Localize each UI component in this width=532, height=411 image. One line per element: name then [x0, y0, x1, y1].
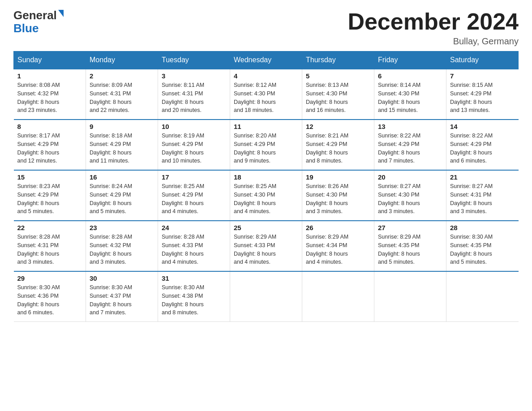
day-number: 6 — [378, 72, 442, 80]
calendar-day-cell: 13Sunrise: 8:22 AMSunset: 4:29 PMDayligh… — [374, 120, 446, 170]
calendar-day-cell: 11Sunrise: 8:20 AMSunset: 4:29 PMDayligh… — [230, 120, 302, 170]
calendar-day-cell: 1Sunrise: 8:08 AMSunset: 4:32 PMDaylight… — [14, 69, 86, 120]
calendar-day-cell: 17Sunrise: 8:25 AMSunset: 4:29 PMDayligh… — [158, 170, 230, 221]
calendar-day-cell: 8Sunrise: 8:17 AMSunset: 4:29 PMDaylight… — [14, 120, 86, 170]
weekday-header-monday: Monday — [86, 51, 158, 69]
day-number: 9 — [90, 123, 154, 130]
day-info: Sunrise: 8:23 AMSunset: 4:29 PMDaylight:… — [17, 182, 82, 216]
day-info: Sunrise: 8:18 AMSunset: 4:29 PMDaylight:… — [90, 132, 154, 165]
day-info: Sunrise: 8:25 AMSunset: 4:30 PMDaylight:… — [234, 182, 298, 216]
day-number: 18 — [234, 173, 298, 181]
calendar-day-cell — [374, 271, 446, 322]
day-number: 8 — [17, 123, 82, 130]
day-number: 30 — [90, 274, 154, 282]
weekday-header-thursday: Thursday — [302, 51, 374, 69]
day-info: Sunrise: 8:19 AMSunset: 4:29 PMDaylight:… — [162, 132, 226, 165]
day-info: Sunrise: 8:09 AMSunset: 4:31 PMDaylight:… — [90, 81, 154, 115]
day-info: Sunrise: 8:12 AMSunset: 4:30 PMDaylight:… — [234, 81, 298, 115]
day-number: 4 — [234, 72, 298, 80]
day-number: 21 — [450, 173, 515, 181]
day-number: 3 — [162, 72, 226, 80]
weekday-header-wednesday: Wednesday — [230, 51, 302, 69]
day-info: Sunrise: 8:14 AMSunset: 4:30 PMDaylight:… — [378, 81, 442, 115]
calendar-day-cell: 19Sunrise: 8:26 AMSunset: 4:30 PMDayligh… — [302, 170, 374, 221]
day-info: Sunrise: 8:24 AMSunset: 4:29 PMDaylight:… — [90, 182, 154, 216]
weekday-header-saturday: Saturday — [446, 51, 519, 69]
calendar-day-cell: 16Sunrise: 8:24 AMSunset: 4:29 PMDayligh… — [86, 170, 158, 221]
day-number: 27 — [378, 224, 442, 231]
calendar-day-cell: 2Sunrise: 8:09 AMSunset: 4:31 PMDaylight… — [86, 69, 158, 120]
calendar-day-cell: 28Sunrise: 8:30 AMSunset: 4:35 PMDayligh… — [446, 221, 519, 271]
day-number: 5 — [306, 72, 370, 80]
calendar-day-cell — [230, 271, 302, 322]
calendar-day-cell: 6Sunrise: 8:14 AMSunset: 4:30 PMDaylight… — [374, 69, 446, 120]
day-info: Sunrise: 8:22 AMSunset: 4:29 PMDaylight:… — [378, 132, 442, 165]
day-info: Sunrise: 8:28 AMSunset: 4:32 PMDaylight:… — [90, 233, 154, 266]
day-number: 25 — [234, 224, 298, 231]
calendar-day-cell: 23Sunrise: 8:28 AMSunset: 4:32 PMDayligh… — [86, 221, 158, 271]
calendar-day-cell — [446, 271, 519, 322]
day-info: Sunrise: 8:26 AMSunset: 4:30 PMDaylight:… — [306, 182, 370, 216]
calendar-day-cell: 21Sunrise: 8:27 AMSunset: 4:31 PMDayligh… — [446, 170, 519, 221]
calendar-day-cell: 31Sunrise: 8:30 AMSunset: 4:38 PMDayligh… — [158, 271, 230, 322]
day-info: Sunrise: 8:25 AMSunset: 4:29 PMDaylight:… — [162, 182, 226, 216]
calendar-day-cell: 20Sunrise: 8:27 AMSunset: 4:30 PMDayligh… — [374, 170, 446, 221]
day-number: 23 — [90, 224, 154, 231]
day-number: 10 — [162, 123, 226, 130]
calendar-week-row: 8Sunrise: 8:17 AMSunset: 4:29 PMDaylight… — [14, 120, 519, 170]
calendar-day-cell: 24Sunrise: 8:28 AMSunset: 4:33 PMDayligh… — [158, 221, 230, 271]
calendar-week-row: 1Sunrise: 8:08 AMSunset: 4:32 PMDaylight… — [14, 69, 519, 120]
month-title: December 2024 — [348, 9, 519, 34]
logo-general-text: General — [13, 9, 57, 22]
calendar-day-cell: 5Sunrise: 8:13 AMSunset: 4:30 PMDaylight… — [302, 69, 374, 120]
day-info: Sunrise: 8:27 AMSunset: 4:31 PMDaylight:… — [450, 182, 515, 216]
day-info: Sunrise: 8:27 AMSunset: 4:30 PMDaylight:… — [378, 182, 442, 216]
calendar-day-cell: 7Sunrise: 8:15 AMSunset: 4:29 PMDaylight… — [446, 69, 519, 120]
day-info: Sunrise: 8:29 AMSunset: 4:33 PMDaylight:… — [234, 233, 298, 266]
weekday-header-row: SundayMondayTuesdayWednesdayThursdayFrid… — [14, 51, 519, 69]
day-number: 24 — [162, 224, 226, 231]
day-number: 22 — [17, 224, 82, 231]
day-info: Sunrise: 8:30 AMSunset: 4:37 PMDaylight:… — [90, 283, 154, 317]
calendar-day-cell: 4Sunrise: 8:12 AMSunset: 4:30 PMDaylight… — [230, 69, 302, 120]
weekday-header-friday: Friday — [374, 51, 446, 69]
calendar-day-cell: 29Sunrise: 8:30 AMSunset: 4:36 PMDayligh… — [14, 271, 86, 322]
day-info: Sunrise: 8:28 AMSunset: 4:33 PMDaylight:… — [162, 233, 226, 266]
day-number: 15 — [17, 173, 82, 181]
calendar-day-cell: 3Sunrise: 8:11 AMSunset: 4:31 PMDaylight… — [158, 69, 230, 120]
calendar-day-cell: 27Sunrise: 8:29 AMSunset: 4:35 PMDayligh… — [374, 221, 446, 271]
calendar-day-cell: 25Sunrise: 8:29 AMSunset: 4:33 PMDayligh… — [230, 221, 302, 271]
day-number: 19 — [306, 173, 370, 181]
day-info: Sunrise: 8:11 AMSunset: 4:31 PMDaylight:… — [162, 81, 226, 115]
day-number: 14 — [450, 123, 515, 130]
day-number: 26 — [306, 224, 370, 231]
day-number: 11 — [234, 123, 298, 130]
day-number: 12 — [306, 123, 370, 130]
weekday-header-tuesday: Tuesday — [158, 51, 230, 69]
page-header: General Blue December 2024 Bullay, Germa… — [13, 9, 519, 47]
calendar-day-cell: 15Sunrise: 8:23 AMSunset: 4:29 PMDayligh… — [14, 170, 86, 221]
calendar-week-row: 22Sunrise: 8:28 AMSunset: 4:31 PMDayligh… — [14, 221, 519, 271]
day-number: 1 — [17, 72, 82, 80]
location-label: Bullay, Germany — [348, 36, 519, 47]
title-section: December 2024 Bullay, Germany — [348, 9, 519, 47]
calendar-day-cell: 18Sunrise: 8:25 AMSunset: 4:30 PMDayligh… — [230, 170, 302, 221]
day-number: 20 — [378, 173, 442, 181]
calendar-day-cell — [302, 271, 374, 322]
calendar-week-row: 29Sunrise: 8:30 AMSunset: 4:36 PMDayligh… — [14, 271, 519, 322]
day-info: Sunrise: 8:15 AMSunset: 4:29 PMDaylight:… — [450, 81, 515, 115]
weekday-header-sunday: Sunday — [14, 51, 86, 69]
logo-blue-text: Blue — [13, 22, 64, 35]
day-number: 16 — [90, 173, 154, 181]
day-info: Sunrise: 8:13 AMSunset: 4:30 PMDaylight:… — [306, 81, 370, 115]
day-info: Sunrise: 8:29 AMSunset: 4:35 PMDaylight:… — [378, 233, 442, 266]
day-number: 7 — [450, 72, 515, 80]
calendar-day-cell: 22Sunrise: 8:28 AMSunset: 4:31 PMDayligh… — [14, 221, 86, 271]
day-number: 2 — [90, 72, 154, 80]
day-info: Sunrise: 8:08 AMSunset: 4:32 PMDaylight:… — [17, 81, 82, 115]
day-info: Sunrise: 8:21 AMSunset: 4:29 PMDaylight:… — [306, 132, 370, 165]
day-info: Sunrise: 8:30 AMSunset: 4:36 PMDaylight:… — [17, 283, 82, 317]
day-info: Sunrise: 8:30 AMSunset: 4:38 PMDaylight:… — [162, 283, 226, 317]
day-number: 28 — [450, 224, 515, 231]
calendar-day-cell: 10Sunrise: 8:19 AMSunset: 4:29 PMDayligh… — [158, 120, 230, 170]
